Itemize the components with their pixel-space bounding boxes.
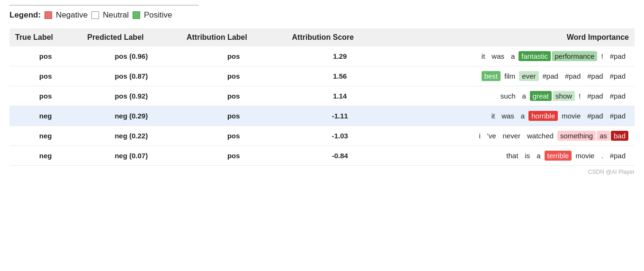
attribution-score-cell: 1.29: [286, 46, 394, 66]
table-row: pospos (0.92)pos1.14suchagreatshow!#pad#…: [9, 86, 635, 106]
true-label-cell: neg: [9, 106, 81, 126]
word-token: never: [500, 131, 524, 141]
legend: Legend: Negative Neutral Positive: [9, 10, 635, 20]
legend-title: Legend:: [9, 10, 41, 20]
word-token: is: [522, 151, 533, 161]
word-token: #pad: [607, 71, 628, 81]
predicted-label-cell: pos (0.87): [81, 66, 181, 86]
word-importance-cell: bestfilmever#pad#pad#pad#pad: [394, 66, 635, 86]
col-attribution-score: Attribution Score: [286, 28, 394, 46]
word-token: ever: [519, 71, 538, 81]
word-token: horrible: [528, 111, 558, 121]
word-token: i: [476, 131, 483, 141]
predicted-label-cell: neg (0.29): [81, 106, 181, 126]
table-header-row: True Label Predicted Label Attribution L…: [9, 28, 635, 46]
word-token: was: [489, 51, 507, 61]
predicted-label-cell: pos (0.92): [81, 86, 181, 106]
attribution-score-cell: -1.03: [286, 126, 394, 146]
word-token: a: [508, 51, 518, 61]
word-token: bad: [611, 131, 628, 141]
word-importance-cell: itwasafantasticperformance!#pad: [394, 46, 635, 66]
table-row: pospos (0.96)pos1.29itwasafantasticperfo…: [9, 46, 635, 66]
table-row: negneg (0.07)pos-0.84thatisaterriblemovi…: [9, 146, 635, 166]
word-token: was: [499, 111, 517, 121]
word-importance-cell: i'veneverwatchedsomethingasbad: [394, 126, 635, 146]
legend-negative-label: Negative: [56, 10, 88, 20]
word-token: .: [598, 151, 606, 161]
predicted-label-cell: neg (0.22): [81, 126, 181, 146]
word-importance-cell: itwasahorriblemovie#pad#pad: [394, 106, 635, 126]
true-label-cell: neg: [9, 146, 81, 166]
table-row: negneg (0.22)pos-1.03i'veneverwatchedsom…: [9, 126, 635, 146]
word-token: terrible: [545, 151, 572, 161]
attribution-label-cell: pos: [181, 46, 286, 66]
attribution-label-cell: pos: [181, 126, 286, 146]
attribution-label-cell: pos: [181, 106, 286, 126]
attribution-label-cell: pos: [181, 66, 286, 86]
word-token: #pad: [607, 51, 628, 61]
word-token: #pad: [540, 71, 561, 81]
word-token: #pad: [607, 91, 628, 101]
word-token: it: [479, 51, 488, 61]
true-label-cell: pos: [9, 46, 81, 66]
col-predicted-label: Predicted Label: [81, 28, 181, 46]
word-token: #pad: [607, 111, 628, 121]
word-token: a: [534, 151, 543, 161]
legend-negative-box: [45, 11, 52, 19]
word-importance-cell: thatisaterriblemovie.#pad: [394, 146, 635, 166]
word-token: #pad: [607, 151, 628, 161]
csdn-credit: CSDN @AI Player: [9, 169, 635, 175]
word-token: #pad: [562, 71, 583, 81]
word-token: great: [530, 91, 552, 101]
predicted-label-cell: neg (0.07): [81, 146, 181, 166]
word-token: 've: [484, 131, 499, 141]
word-token: !: [576, 91, 583, 101]
word-importance-cell: suchagreatshow!#pad#pad: [394, 86, 635, 106]
col-attribution-label: Attribution Label: [181, 28, 286, 46]
word-token: it: [489, 111, 498, 121]
results-table: True Label Predicted Label Attribution L…: [9, 28, 635, 166]
top-divider: [9, 5, 199, 6]
legend-positive-box: [133, 11, 140, 19]
word-token: best: [482, 71, 501, 81]
word-token: #pad: [584, 111, 606, 121]
word-token: performance: [552, 51, 597, 61]
word-token: a: [518, 111, 528, 121]
legend-neutral-label: Neutral: [103, 10, 129, 20]
word-token: #pad: [584, 71, 606, 81]
attribution-score-cell: 1.14: [286, 86, 394, 106]
legend-neutral-box: [91, 11, 99, 19]
attribution-label-cell: pos: [181, 146, 286, 166]
word-token: show: [553, 91, 575, 101]
table-row: pospos (0.87)pos1.56bestfilmever#pad#pad…: [9, 66, 635, 86]
col-word-importance: Word Importance: [394, 28, 635, 46]
word-token: #pad: [584, 91, 606, 101]
true-label-cell: pos: [9, 66, 81, 86]
word-token: movie: [559, 111, 583, 121]
attribution-label-cell: pos: [181, 86, 286, 106]
word-token: !: [598, 51, 606, 61]
col-true-label: True Label: [9, 28, 81, 46]
true-label-cell: neg: [9, 126, 81, 146]
attribution-score-cell: -0.84: [286, 146, 394, 166]
attribution-score-cell: -1.11: [286, 106, 394, 126]
word-token: as: [597, 131, 610, 141]
word-token: watched: [524, 131, 556, 141]
word-token: such: [498, 91, 519, 101]
word-token: fantastic: [519, 51, 551, 61]
word-token: movie: [572, 151, 597, 161]
word-token: a: [519, 91, 529, 101]
true-label-cell: pos: [9, 86, 81, 106]
attribution-score-cell: 1.56: [286, 66, 394, 86]
predicted-label-cell: pos (0.96): [81, 46, 181, 66]
table-row: negneg (0.29)pos-1.11itwasahorriblemovie…: [9, 106, 635, 126]
word-token: film: [501, 71, 518, 81]
legend-positive-label: Positive: [144, 10, 172, 20]
word-token: that: [503, 151, 521, 161]
word-token: something: [557, 131, 596, 141]
